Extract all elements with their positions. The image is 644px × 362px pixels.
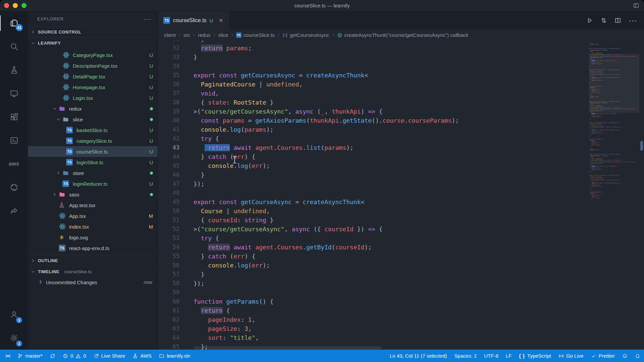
- code-line-47[interactable]: 47});: [158, 179, 589, 188]
- line-number[interactable]: 45: [158, 161, 194, 170]
- line-number[interactable]: 63: [158, 324, 194, 333]
- code-line-42[interactable]: 42 try {: [158, 134, 589, 143]
- activity-accounts-icon[interactable]: 1: [0, 303, 28, 326]
- tree-item-homepage-tsx[interactable]: Homepage.tsxU: [28, 82, 158, 93]
- code-editor[interactable]: 31 }32 return params;33}3435export const…: [158, 41, 644, 350]
- line-number[interactable]: 58: [158, 279, 194, 288]
- line-number[interactable]: 60: [158, 297, 194, 306]
- horizontal-scrollbar[interactable]: [194, 346, 381, 349]
- layout-toggle-icon[interactable]: [633, 2, 639, 9]
- line-number[interactable]: 33: [158, 53, 194, 62]
- tree-item-redux[interactable]: redux: [28, 103, 158, 114]
- line-number[interactable]: 36: [158, 80, 194, 89]
- line-number[interactable]: 40: [158, 116, 194, 125]
- tree-item-index-tsx[interactable]: index.tsxM: [28, 221, 158, 232]
- tree-item-app-test-tsx[interactable]: App.test.tsx: [28, 200, 158, 210]
- code-line-58[interactable]: 58});: [158, 279, 589, 288]
- line-number[interactable]: 50: [158, 206, 194, 216]
- activity-live-share-icon[interactable]: [0, 199, 28, 223]
- tree-item-store[interactable]: store: [28, 168, 158, 178]
- breadcrumb-item-courseslice-ts[interactable]: TScourseSlice.ts: [236, 32, 275, 38]
- line-number[interactable]: 53: [158, 234, 194, 243]
- activity-testing-icon[interactable]: [0, 58, 28, 82]
- code-line-36[interactable]: 36 PaginatedCourse | undefined,: [158, 80, 589, 89]
- breadcrumb-item-getcoursesasync[interactable]: getCoursesAsync: [282, 32, 329, 38]
- code-line-57[interactable]: 57 }: [158, 270, 589, 279]
- activity-aws-icon[interactable]: aws: [0, 152, 28, 176]
- code-line-43[interactable]: 43 return await agent.Courses.list(param…: [158, 143, 589, 152]
- status-notifications[interactable]: [631, 350, 644, 362]
- status-prettier[interactable]: Prettier: [587, 350, 619, 362]
- code-line-64[interactable]: 64 sort: "title",: [158, 333, 589, 342]
- breadcrumb-item-client[interactable]: client: [164, 32, 176, 38]
- run-file-button[interactable]: [586, 17, 593, 24]
- breadcrumb-item-slice[interactable]: slice: [218, 32, 228, 38]
- line-number[interactable]: 57: [158, 270, 194, 279]
- status-sync[interactable]: [46, 350, 59, 362]
- status-eol[interactable]: LF: [502, 350, 516, 362]
- status-indentation[interactable]: Spaces: 2: [451, 350, 481, 362]
- section-outline[interactable]: OUTLINE: [28, 255, 158, 266]
- tree-item-detailpage-tsx[interactable]: DetailPage.tsxU: [28, 71, 158, 82]
- timeline-item-uncommitted-changes[interactable]: Uncommitted Changesnow: [28, 277, 158, 288]
- activity-remote-explorer-icon[interactable]: [0, 82, 28, 105]
- tree-item-courseslice-ts[interactable]: TScourseSlice.tsU: [28, 146, 158, 157]
- code-line-35[interactable]: 35export const getCoursesAsync = createA…: [158, 71, 589, 80]
- section-source-control[interactable]: SOURCE CONTROL: [28, 26, 158, 37]
- code-line-40[interactable]: 40 const params = getAxiosParams(thunkAp…: [158, 116, 589, 125]
- minimap-slider[interactable]: [589, 54, 639, 113]
- code-line-55[interactable]: 55 } catch (err) {: [158, 252, 589, 261]
- code-line-39[interactable]: 39>("course/getCoursesAsync", async (_, …: [158, 107, 589, 116]
- tree-item-categoryslice-ts[interactable]: TScategorySlice.tsU: [28, 135, 158, 146]
- code-line-60[interactable]: 60function getParams() {: [158, 297, 589, 306]
- code-line-33[interactable]: 33}: [158, 53, 589, 62]
- status-feedback[interactable]: [619, 350, 631, 362]
- code-line-44[interactable]: 44 } catch (err) {: [158, 152, 589, 161]
- status-language[interactable]: { }TypeScript: [515, 350, 555, 362]
- section-learnify[interactable]: LEARNIFY: [28, 37, 158, 48]
- status-aws[interactable]: AWS: [129, 350, 155, 362]
- line-number[interactable]: 47: [158, 179, 194, 188]
- code-line-34[interactable]: 34: [158, 62, 589, 71]
- code-line-51[interactable]: 51 { courseId: string }: [158, 216, 589, 225]
- code-line-56[interactable]: 56 console.log(err);: [158, 261, 589, 270]
- code-line-52[interactable]: 52>("course/getCourseAsync", async ({ co…: [158, 225, 589, 234]
- tab-courseslice[interactable]: TS courseSlice.ts U ✕: [158, 11, 229, 29]
- code-line-31[interactable]: 31 }: [158, 41, 589, 44]
- line-number[interactable]: 34: [158, 62, 194, 71]
- tree-item-basketslice-ts[interactable]: TSbasketSlice.tsU: [28, 125, 158, 135]
- tree-item-login-tsx[interactable]: Login.tsxU: [28, 93, 158, 103]
- activity-settings-icon[interactable]: 1: [0, 326, 28, 350]
- tree-item-loginslice-ts[interactable]: TSloginSlice.tsU: [28, 157, 158, 168]
- more-actions-button[interactable]: ···: [629, 19, 637, 22]
- status-live-share[interactable]: Live Share: [90, 350, 129, 362]
- close-tab-button[interactable]: ✕: [217, 17, 224, 24]
- tree-item-react-app-env-d-ts[interactable]: TSreact-app-env.d.ts: [28, 243, 158, 253]
- line-number[interactable]: 43: [158, 143, 194, 152]
- code-line-59[interactable]: 59: [158, 288, 589, 297]
- code-line-48[interactable]: 48: [158, 188, 589, 197]
- split-editor-button[interactable]: [614, 17, 621, 24]
- line-number[interactable]: 35: [158, 71, 194, 80]
- breadcrumb-item-redux[interactable]: redux: [198, 32, 211, 38]
- line-number[interactable]: 32: [158, 44, 194, 53]
- code-area[interactable]: 31 }32 return params;33}3435export const…: [158, 41, 589, 350]
- line-number[interactable]: 37: [158, 89, 194, 98]
- tree-item-slice[interactable]: slice: [28, 114, 158, 125]
- line-number[interactable]: 49: [158, 197, 194, 206]
- code-line-32[interactable]: 32 return params;: [158, 44, 589, 53]
- line-number[interactable]: 44: [158, 152, 194, 161]
- status-encoding[interactable]: UTF-8: [480, 350, 502, 362]
- status-branch[interactable]: master*: [14, 350, 46, 362]
- code-line-53[interactable]: 53 try {: [158, 234, 589, 243]
- line-number[interactable]: 48: [158, 188, 194, 197]
- activity-terminal-icon[interactable]: [0, 129, 28, 152]
- activity-search-icon[interactable]: [0, 35, 28, 58]
- line-number[interactable]: 52: [158, 225, 194, 234]
- line-number[interactable]: 65: [158, 342, 194, 350]
- line-number[interactable]: 61: [158, 306, 194, 315]
- tree-item-descriptionpage-tsx[interactable]: DescriptionPage.tsxU: [28, 60, 158, 71]
- code-line-63[interactable]: 63 pageSize: 3,: [158, 324, 589, 333]
- line-number[interactable]: 64: [158, 333, 194, 342]
- status-go-live[interactable]: Go Live: [555, 350, 587, 362]
